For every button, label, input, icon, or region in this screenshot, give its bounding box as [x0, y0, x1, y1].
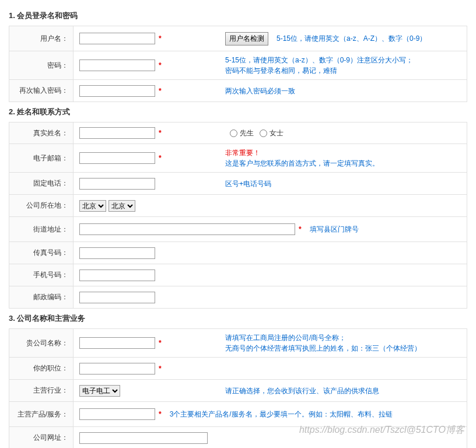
email-hint: 非常重要！ 这是客户与您联系的首选方式，请一定填写真实。: [219, 144, 467, 172]
label-email: 电子邮箱：: [9, 144, 74, 172]
label-industry: 主营行业：: [9, 380, 74, 401]
cell-company-name: *: [74, 334, 219, 352]
cell-position: *: [74, 359, 467, 378]
section2-title: 2. 姓名和联系方式: [9, 102, 467, 122]
row-mobile: 手机号码：: [9, 264, 467, 286]
label-realname: 真实姓名：: [9, 123, 74, 144]
city-select[interactable]: 北京: [108, 200, 135, 212]
row-postal: 邮政编码：: [9, 286, 467, 309]
section3-title: 3. 公司名称和主营业务: [9, 309, 467, 328]
company-name-input[interactable]: [79, 337, 155, 349]
realname-input[interactable]: [79, 127, 155, 139]
row-email: 电子邮箱： * 非常重要！ 这是客户与您联系的首选方式，请一定填写真实。: [9, 144, 467, 173]
asterisk-icon: *: [159, 339, 162, 347]
row-fax: 传真号码：: [9, 242, 467, 264]
label-website: 公司网址：: [9, 427, 74, 448]
industry-hint: 请正确选择，您会收到该行业、该产品的供求信息: [219, 382, 467, 400]
password-input[interactable]: [79, 60, 155, 71]
cell-phone: [74, 174, 219, 193]
row-password: 密码： * 5-15位，请使用英文（a-z）、数字（0-9）注意区分大小写； 密…: [9, 51, 467, 80]
row-phone: 固定电话： 区号+电话号码: [9, 173, 467, 195]
cell-fax: [74, 244, 467, 262]
radio-ms[interactable]: [260, 130, 267, 137]
radio-mr[interactable]: [230, 130, 237, 137]
cell-username-hint: 用户名检测 5-15位，请使用英文（a-z、A-Z）、数字（0-9）: [219, 26, 467, 51]
label-company-loc: 公司所在地：: [9, 195, 74, 216]
email-input[interactable]: [79, 152, 155, 164]
street-hint: 填写县区门牌号: [304, 220, 365, 238]
row-position: 你的职位： *: [9, 358, 467, 380]
row-website: 公司网址：: [9, 427, 467, 448]
label-street: 街道地址：: [9, 217, 74, 242]
province-select[interactable]: 北京: [79, 200, 106, 212]
password2-input[interactable]: [79, 85, 155, 97]
asterisk-icon: *: [159, 365, 162, 373]
company-name-hint: 请填写在工商局注册的公司/商号全称； 无商号的个体经营者填写执照上的姓名，如：张…: [219, 329, 467, 357]
gender-radio-group: 先生 女士: [219, 125, 467, 142]
website-input[interactable]: [79, 432, 208, 444]
street-input[interactable]: [79, 223, 295, 235]
label-products: 主营产品/服务：: [9, 402, 74, 426]
cell-password: *: [74, 56, 219, 75]
label-fax: 传真号码：: [9, 242, 74, 264]
label-company-name: 贵公司名称：: [9, 329, 74, 357]
mobile-input[interactable]: [79, 270, 155, 281]
cell-password2: *: [74, 82, 219, 100]
industry-select[interactable]: 电子电工: [79, 385, 120, 397]
cell-postal: [74, 288, 467, 307]
row-street: 街道地址： * 填写县区门牌号: [9, 217, 467, 242]
section1-title: 1. 会员登录名和密码: [9, 6, 467, 26]
asterisk-icon: *: [159, 154, 162, 162]
row-products: 主营产品/服务： * 3个主要相关产品名/服务名，最少要填一个。例如：太阳帽、布…: [9, 402, 467, 427]
form-container: 1. 会员登录名和密码 用户名： * 用户名检测 5-15位，请使用英文（a-z…: [0, 0, 476, 448]
asterisk-icon: *: [299, 225, 302, 233]
products-input[interactable]: [79, 408, 155, 420]
password2-hint: 两次输入密码必须一致: [219, 82, 467, 100]
asterisk-icon: *: [159, 87, 162, 95]
asterisk-icon: *: [159, 410, 162, 418]
row-company-loc: 公司所在地： 北京 北京: [9, 195, 467, 217]
cell-industry: 电子电工: [74, 382, 219, 400]
row-username: 用户名： * 用户名检测 5-15位，请使用英文（a-z、A-Z）、数字（0-9…: [9, 26, 467, 51]
label-mobile: 手机号码：: [9, 264, 74, 286]
cell-email: *: [74, 149, 219, 167]
label-position: 你的职位：: [9, 358, 74, 379]
username-input[interactable]: [79, 33, 155, 44]
row-password2: 再次输入密码： * 两次输入密码必须一致: [9, 80, 467, 102]
position-input[interactable]: [79, 363, 155, 374]
cell-realname: *: [74, 124, 219, 142]
cell-street: * 填写县区门牌号: [74, 217, 467, 242]
username-hint: 5-15位，请使用英文（a-z、A-Z）、数字（0-9）: [271, 30, 432, 47]
password-hint: 5-15位，请使用英文（a-z）、数字（0-9）注意区分大小写； 密码不能与登录…: [219, 51, 467, 79]
label-username: 用户名：: [9, 26, 74, 51]
check-username-button[interactable]: 用户名检测: [225, 32, 268, 46]
products-hint: 3个主要相关产品名/服务名，最少要填一个。例如：太阳帽、布料、拉链: [164, 405, 398, 423]
asterisk-icon: *: [159, 34, 162, 43]
phone-hint: 区号+电话号码: [219, 175, 467, 192]
label-phone: 固定电话：: [9, 173, 74, 194]
asterisk-icon: *: [159, 129, 162, 137]
label-password: 密码：: [9, 51, 74, 79]
label-password2: 再次输入密码：: [9, 80, 74, 102]
cell-products: * 3个主要相关产品名/服务名，最少要填一个。例如：太阳帽、布料、拉链: [74, 402, 467, 426]
phone-input[interactable]: [79, 178, 155, 190]
fax-input[interactable]: [79, 247, 155, 259]
cell-username: *: [74, 29, 219, 48]
cell-website: [74, 429, 467, 447]
cell-mobile: [74, 266, 467, 285]
asterisk-icon: *: [159, 61, 162, 69]
label-postal: 邮政编码：: [9, 286, 74, 308]
row-company-name: 贵公司名称： * 请填写在工商局注册的公司/商号全称； 无商号的个体经营者填写执…: [9, 328, 467, 358]
row-realname: 真实姓名： * 先生 女士: [9, 122, 467, 144]
cell-company-loc: 北京 北京: [74, 197, 467, 215]
row-industry: 主营行业： 电子电工 请正确选择，您会收到该行业、该产品的供求信息: [9, 380, 467, 402]
postal-input[interactable]: [79, 292, 155, 303]
